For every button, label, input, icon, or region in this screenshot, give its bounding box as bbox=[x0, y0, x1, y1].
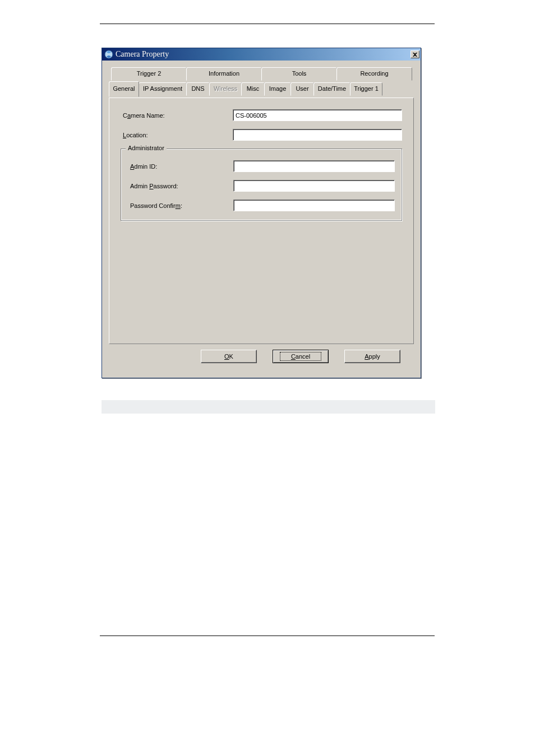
tab-date-time[interactable]: Date/Time bbox=[313, 82, 350, 96]
gray-heading-bar bbox=[102, 400, 435, 414]
cancel-button[interactable]: Cancel bbox=[273, 350, 329, 363]
page-bottom-rule bbox=[100, 636, 435, 636]
row-location: Location: bbox=[121, 129, 402, 141]
tab-tools[interactable]: Tools bbox=[261, 67, 337, 81]
label-admin-password: Admin Password: bbox=[128, 183, 233, 189]
input-location[interactable] bbox=[233, 129, 402, 141]
tab-image[interactable]: Image bbox=[264, 82, 291, 96]
app-icon bbox=[104, 50, 113, 59]
group-legend: Administrator bbox=[126, 145, 167, 151]
label-location: Location: bbox=[121, 132, 233, 138]
input-admin-password[interactable] bbox=[233, 180, 395, 192]
ok-button[interactable]: OK bbox=[201, 350, 257, 363]
tab-trigger-1[interactable]: Trigger 1 bbox=[350, 82, 382, 96]
tab-container: Trigger 2 Information Tools Recording Ge… bbox=[109, 67, 414, 344]
tab-recording[interactable]: Recording bbox=[336, 67, 412, 81]
tab-row-front: General IP Assignment DNS Wireless Misc … bbox=[109, 81, 414, 96]
tab-ip-assignment[interactable]: IP Assignment bbox=[139, 82, 187, 96]
titlebar-title: Camera Property bbox=[116, 50, 411, 59]
label-password-confirm: Password Confirm: bbox=[128, 202, 233, 209]
titlebar: Camera Property bbox=[102, 48, 421, 61]
camera-property-dialog: Camera Property Trigger 2 Information To… bbox=[102, 48, 421, 378]
tab-trigger-2[interactable]: Trigger 2 bbox=[111, 67, 187, 81]
tab-wireless: Wireless bbox=[209, 82, 242, 96]
row-camera-name: Camera Name: bbox=[121, 109, 402, 121]
row-admin-id: Admin ID: bbox=[128, 160, 395, 172]
tab-general[interactable]: General bbox=[109, 81, 139, 97]
input-admin-id[interactable] bbox=[233, 160, 395, 172]
group-administrator: Administrator Admin ID: Admin Password: … bbox=[121, 149, 402, 221]
row-admin-password: Admin Password: bbox=[128, 180, 395, 192]
tab-misc[interactable]: Misc bbox=[241, 82, 265, 96]
input-password-confirm[interactable] bbox=[233, 200, 395, 211]
tab-information[interactable]: Information bbox=[186, 67, 262, 81]
apply-button[interactable]: Apply bbox=[344, 350, 400, 363]
button-row: OK Cancel Apply bbox=[109, 344, 414, 371]
dialog-body: Trigger 2 Information Tools Recording Ge… bbox=[102, 61, 421, 378]
close-button[interactable] bbox=[411, 50, 419, 58]
tab-user[interactable]: User bbox=[290, 82, 314, 96]
label-camera-name: Camera Name: bbox=[121, 112, 233, 119]
tab-dns[interactable]: DNS bbox=[186, 82, 210, 96]
input-camera-name[interactable] bbox=[233, 109, 402, 121]
row-password-confirm: Password Confirm: bbox=[128, 200, 395, 211]
page-top-rule bbox=[100, 24, 435, 24]
tab-row-back: Trigger 2 Information Tools Recording bbox=[111, 67, 412, 81]
label-admin-id: Admin ID: bbox=[128, 163, 233, 170]
tab-page-general: Camera Name: Location: Administrator Adm… bbox=[109, 98, 414, 344]
